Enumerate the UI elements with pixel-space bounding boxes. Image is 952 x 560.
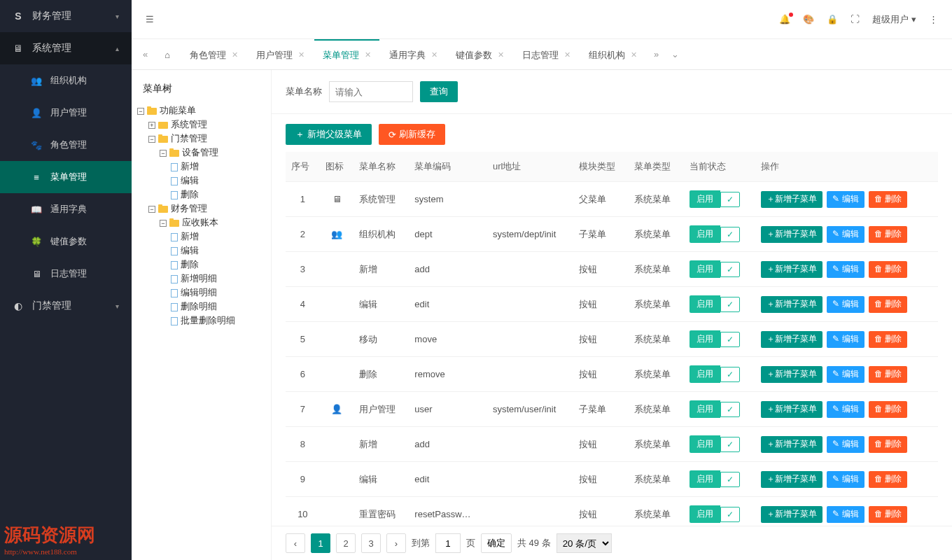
tab[interactable]: 组织机构✕ (580, 39, 645, 69)
sidebar-group-system[interactable]: 🖥 系统管理 ▴ (0, 32, 132, 64)
tree-toggle[interactable]: − (160, 150, 167, 157)
sidebar-item-role[interactable]: 🐾角色管理 (0, 129, 132, 161)
tree-node[interactable]: 设备管理 (182, 147, 218, 158)
page-number[interactable]: 3 (361, 533, 381, 553)
per-page-select[interactable]: 20 条/页 (556, 533, 612, 553)
status-toggle[interactable]: 启用✓ (690, 225, 740, 243)
tree-node[interactable]: 新增明细 (181, 273, 217, 284)
add-child-button[interactable]: ＋新增子菜单 (761, 366, 822, 383)
bell-icon[interactable]: 🔔 (779, 14, 790, 24)
sidebar-item-user[interactable]: 👤用户管理 (0, 97, 132, 129)
add-parent-button[interactable]: ＋新增父级菜单 (286, 124, 372, 145)
sidebar-item-org[interactable]: 👥组织机构 (0, 64, 132, 97)
tree-node[interactable]: 删除 (181, 189, 199, 200)
add-child-button[interactable]: ＋新增子菜单 (761, 296, 822, 313)
delete-button[interactable]: 🗑 删除 (869, 436, 907, 453)
tab-home[interactable]: ⌂ (155, 39, 180, 69)
add-child-button[interactable]: ＋新增子菜单 (761, 261, 822, 278)
tree-node[interactable]: 编辑 (181, 245, 199, 255)
status-toggle[interactable]: 启用✓ (690, 295, 740, 313)
goto-confirm[interactable]: 确定 (481, 533, 512, 553)
status-toggle[interactable]: 启用✓ (690, 505, 740, 523)
tree-node[interactable]: 编辑 (181, 175, 199, 186)
edit-button[interactable]: ✎ 编辑 (827, 191, 864, 208)
tree-node[interactable]: 批量删除明细 (181, 315, 235, 326)
status-toggle[interactable]: 启用✓ (690, 400, 740, 418)
tree-node[interactable]: 应收账本 (182, 217, 218, 227)
tree-node[interactable]: 删除 (181, 259, 199, 270)
edit-button[interactable]: ✎ 编辑 (827, 401, 864, 418)
close-icon[interactable]: ✕ (232, 50, 238, 59)
sidebar-item-menu[interactable]: ≡菜单管理 (0, 161, 132, 193)
delete-button[interactable]: 🗑 删除 (869, 226, 907, 243)
sidebar-item-kv[interactable]: 🍀键值参数 (0, 225, 132, 258)
fullscreen-icon[interactable]: ⛶ (850, 14, 860, 24)
close-icon[interactable]: ✕ (564, 50, 570, 59)
status-toggle[interactable]: 启用✓ (690, 330, 740, 348)
search-button[interactable]: 查询 (420, 81, 458, 102)
delete-button[interactable]: 🗑 删除 (869, 366, 907, 383)
add-child-button[interactable]: ＋新增子菜单 (761, 191, 822, 208)
tree-node[interactable]: 删除明细 (181, 301, 217, 312)
tabs-dropdown[interactable]: ⌄ (666, 49, 685, 59)
delete-button[interactable]: 🗑 删除 (869, 506, 907, 523)
tab[interactable]: 角色管理✕ (181, 39, 246, 69)
tree-toggle[interactable]: − (160, 220, 167, 227)
tree-toggle[interactable]: − (148, 206, 155, 213)
edit-button[interactable]: ✎ 编辑 (827, 261, 864, 278)
tree-node[interactable]: 门禁管理 (171, 133, 207, 144)
status-toggle[interactable]: 启用✓ (690, 435, 740, 453)
tree-toggle[interactable]: − (137, 108, 144, 115)
delete-button[interactable]: 🗑 删除 (869, 331, 907, 348)
add-child-button[interactable]: ＋新增子菜单 (761, 436, 822, 453)
tab[interactable]: 日志管理✕ (514, 39, 579, 69)
tree-node[interactable]: 新增 (181, 161, 199, 172)
delete-button[interactable]: 🗑 删除 (869, 191, 907, 208)
sidebar-item-dict[interactable]: 📖通用字典 (0, 193, 132, 225)
theme-icon[interactable]: 🎨 (803, 14, 814, 24)
add-child-button[interactable]: ＋新增子菜单 (761, 331, 822, 348)
edit-button[interactable]: ✎ 编辑 (827, 436, 864, 453)
tree-toggle[interactable]: − (148, 136, 155, 143)
edit-button[interactable]: ✎ 编辑 (827, 471, 864, 488)
add-child-button[interactable]: ＋新增子菜单 (761, 226, 822, 243)
tree-node[interactable]: 财务管理 (171, 203, 207, 214)
edit-button[interactable]: ✎ 编辑 (827, 331, 864, 348)
add-child-button[interactable]: ＋新增子菜单 (761, 401, 822, 418)
tree-node[interactable]: 编辑明细 (181, 287, 217, 298)
edit-button[interactable]: ✎ 编辑 (827, 226, 864, 243)
sidebar-group-finance[interactable]: S 财务管理 ▾ (0, 0, 132, 32)
lock-icon[interactable]: 🔒 (827, 14, 838, 24)
delete-button[interactable]: 🗑 删除 (869, 471, 907, 488)
close-icon[interactable]: ✕ (365, 50, 371, 59)
sidebar-item-log[interactable]: 🖥日志管理 (0, 258, 132, 290)
sidebar-group-access[interactable]: ◐ 门禁管理 ▾ (0, 290, 132, 322)
page-number[interactable]: 1 (311, 533, 330, 553)
close-icon[interactable]: ✕ (298, 50, 304, 59)
status-toggle[interactable]: 启用✓ (690, 365, 740, 383)
page-number[interactable]: 2 (336, 533, 356, 553)
menu-name-input[interactable] (329, 81, 413, 102)
menu-toggle-icon[interactable]: ☰ (146, 14, 154, 24)
add-child-button[interactable]: ＋新增子菜单 (761, 471, 822, 488)
edit-button[interactable]: ✎ 编辑 (827, 506, 864, 523)
status-toggle[interactable]: 启用✓ (690, 470, 740, 488)
tree-node[interactable]: 新增 (181, 231, 199, 241)
tabs-scroll-right[interactable]: » (648, 49, 664, 59)
tab[interactable]: 通用字典✕ (381, 39, 446, 69)
tree-toggle[interactable]: + (148, 122, 155, 129)
tabs-scroll-left[interactable]: « (137, 49, 153, 59)
delete-button[interactable]: 🗑 删除 (869, 296, 907, 313)
edit-button[interactable]: ✎ 编辑 (827, 296, 864, 313)
delete-button[interactable]: 🗑 删除 (869, 401, 907, 418)
tab[interactable]: 菜单管理✕ (314, 39, 379, 69)
close-icon[interactable]: ✕ (631, 50, 637, 59)
close-icon[interactable]: ✕ (431, 50, 438, 59)
user-menu[interactable]: 超级用户 ▾ (872, 13, 916, 26)
status-toggle[interactable]: 启用✓ (690, 190, 740, 208)
edit-button[interactable]: ✎ 编辑 (827, 366, 864, 383)
tab[interactable]: 用户管理✕ (248, 39, 313, 69)
add-child-button[interactable]: ＋新增子菜单 (761, 506, 822, 523)
close-icon[interactable]: ✕ (498, 50, 504, 59)
goto-input[interactable] (435, 533, 461, 553)
